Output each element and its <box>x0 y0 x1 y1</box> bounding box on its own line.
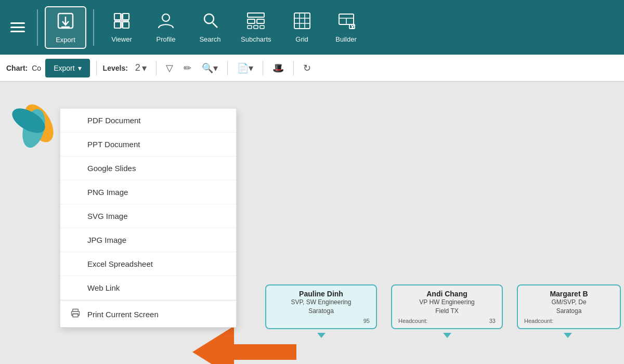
export-icon <box>56 11 75 33</box>
export-chevron-icon: ▾ <box>78 64 82 72</box>
svg-rect-4 <box>123 14 129 20</box>
nav-label-profile: Profile <box>157 35 176 43</box>
refresh-icon: ↻ <box>303 62 311 74</box>
export-pdf-label: PDF Document <box>87 116 141 125</box>
export-ppt-label: PPT Document <box>87 140 140 149</box>
pencil-icon: ✏ <box>184 62 191 74</box>
nav-item-subcharts[interactable]: Subcharts <box>233 8 279 47</box>
svg-rect-17 <box>260 25 264 29</box>
toolbar-separator-1 <box>96 61 97 75</box>
zoom-button[interactable]: 🔍▾ <box>199 60 221 76</box>
edit-button[interactable]: ✏ <box>180 60 194 76</box>
pauline-arrow <box>317 333 326 338</box>
chart-label: Chart: <box>6 64 28 72</box>
levels-chevron-icon: ▾ <box>142 62 147 74</box>
export-google[interactable]: Google Slides <box>60 157 236 180</box>
export-png-label: PNG Image <box>87 188 128 197</box>
main-content: PDF Document PPT Document Google Slides … <box>0 82 624 364</box>
andi-headcount: Headcount:33 <box>398 318 496 324</box>
export-jpg-label: JPG Image <box>87 236 126 244</box>
svg-rect-15 <box>248 25 252 29</box>
svg-rect-30 <box>73 309 79 312</box>
export-weblink-label: Web Link <box>87 283 120 292</box>
export-pdf[interactable]: PDF Document <box>60 109 236 133</box>
levels-dropdown-button[interactable]: 2 ▾ <box>132 60 150 76</box>
nav-item-profile[interactable]: Profile <box>145 8 187 47</box>
nav-label-viewer: Viewer <box>111 35 132 43</box>
export-dropdown-button[interactable]: Export ▾ <box>45 59 89 77</box>
nav-item-builder[interactable]: Builder <box>326 8 367 47</box>
search-icon <box>202 12 218 32</box>
filter-button[interactable]: ▽ <box>163 60 176 76</box>
svg-rect-12 <box>248 13 264 17</box>
nav-label-search: Search <box>199 35 220 43</box>
export-ppt[interactable]: PPT Document <box>60 133 236 157</box>
hamburger-menu[interactable] <box>5 17 30 37</box>
svg-rect-6 <box>123 22 129 28</box>
nav-label-subcharts: Subcharts <box>241 35 271 43</box>
toolbar-separator-5 <box>293 61 294 75</box>
svg-point-10 <box>204 14 214 23</box>
nav-divider-2 <box>93 9 94 46</box>
export-menu: PDF Document PPT Document Google Slides … <box>60 109 237 328</box>
svg-rect-16 <box>254 25 258 29</box>
margaret-headcount: Headcount: <box>524 318 614 324</box>
svg-marker-32 <box>192 326 296 364</box>
svg-rect-31 <box>73 314 79 317</box>
zoom-icon: 🔍▾ <box>202 62 218 74</box>
hat-icon: 🎩 <box>272 62 284 74</box>
levels-value: 2 <box>135 62 140 73</box>
refresh-button[interactable]: ↻ <box>300 60 314 76</box>
pauline-name: Pauline Dinh <box>272 290 370 298</box>
export-btn-label: Export <box>54 64 74 72</box>
export-print-label: Print Current Screen <box>87 310 159 319</box>
nav-item-export[interactable]: Export <box>45 6 86 49</box>
viewer-icon <box>113 12 131 32</box>
export-jpg[interactable]: JPG Image <box>60 228 236 252</box>
toolbar: Chart: Co Export ▾ Levels: 2 ▾ ▽ ✏ 🔍▾ 📄▾… <box>0 55 624 82</box>
nav-label-builder: Builder <box>335 35 356 43</box>
levels-label: Levels: <box>103 64 128 72</box>
andi-title: VP HW EngineeringField TX <box>398 298 496 316</box>
svg-rect-5 <box>114 22 121 28</box>
svg-line-11 <box>213 23 217 28</box>
logo <box>10 92 62 160</box>
svg-rect-13 <box>248 19 255 23</box>
chart-name: Co <box>32 64 41 72</box>
profile-icon <box>158 12 174 32</box>
nav-item-viewer[interactable]: Viewer <box>101 8 142 47</box>
export-print[interactable]: Print Current Screen <box>60 300 236 327</box>
nav-item-search[interactable]: Search <box>189 8 231 47</box>
document-button[interactable]: 📄▾ <box>234 60 256 76</box>
nav-label-export: Export <box>56 36 75 44</box>
export-png[interactable]: PNG Image <box>60 180 236 204</box>
top-navigation: Export Viewer Profile <box>0 0 624 55</box>
andi-name: Andi Chang <box>398 290 496 298</box>
svg-point-9 <box>162 14 170 21</box>
nav-label-grid: Grid <box>295 35 308 43</box>
svg-rect-18 <box>294 13 310 29</box>
export-weblink[interactable]: Web Link <box>60 276 236 300</box>
pauline-title: SVP, SW EngineeringSaratoga <box>272 298 370 316</box>
margaret-title: GM/SVP, DeSaratoga <box>524 298 614 316</box>
toolbar-separator-4 <box>263 61 263 75</box>
grid-icon <box>293 12 311 32</box>
filter-icon: ▽ <box>166 62 173 74</box>
org-node-andi[interactable]: Andi Chang VP HW EngineeringField TX Hea… <box>391 284 503 329</box>
toolbar-separator-2 <box>156 61 157 75</box>
builder-icon <box>337 12 356 32</box>
nav-item-grid[interactable]: Grid <box>281 8 323 47</box>
export-excel[interactable]: Excel Spreadsheet <box>60 252 236 276</box>
margaret-arrow <box>564 333 572 338</box>
svg-rect-3 <box>114 14 121 20</box>
print-icon <box>71 308 81 320</box>
org-node-margaret[interactable]: Margaret B GM/SVP, DeSaratoga Headcount: <box>517 284 621 329</box>
andi-arrow <box>443 333 451 338</box>
margaret-name: Margaret B <box>524 290 614 298</box>
nav-divider <box>37 9 38 46</box>
export-svg-label: SVG Image <box>87 212 128 220</box>
hat-button[interactable]: 🎩 <box>269 60 287 76</box>
export-svg[interactable]: SVG Image <box>60 204 236 228</box>
export-google-label: Google Slides <box>87 164 136 173</box>
toolbar-separator-3 <box>227 61 228 75</box>
